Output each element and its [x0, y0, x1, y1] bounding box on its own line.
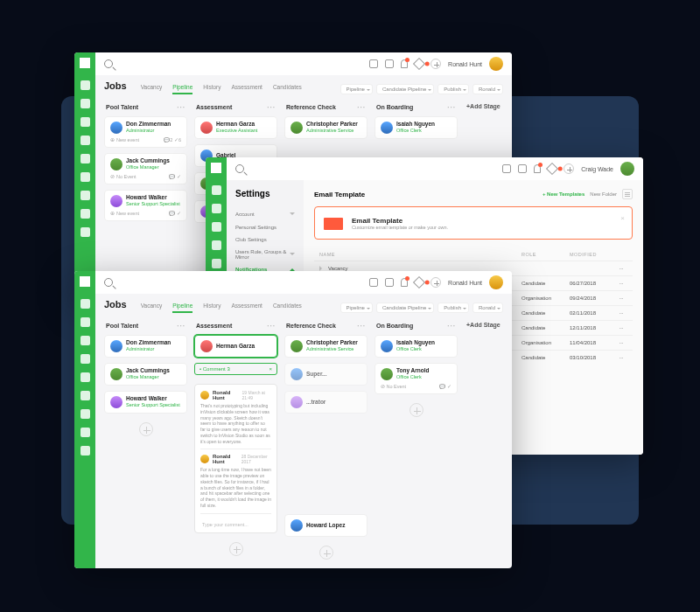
- candidate-card[interactable]: Howard Lopez: [284, 514, 368, 537]
- row-more-icon[interactable]: ···: [615, 355, 627, 360]
- close-icon[interactable]: ×: [620, 214, 625, 222]
- candidate-card[interactable]: Jack CummingsOffice Manager ⊘ No Event💬 …: [104, 153, 187, 184]
- bell-icon[interactable]: [534, 164, 541, 173]
- more-icon[interactable]: ···: [267, 103, 276, 111]
- tab-assessment[interactable]: Assessment: [232, 303, 262, 311]
- search-icon[interactable]: [104, 59, 113, 68]
- nav-icon[interactable]: [80, 117, 90, 127]
- view-toggle-icon[interactable]: [622, 189, 633, 199]
- filter-user[interactable]: Ronald: [472, 84, 503, 94]
- candidate-card[interactable]: Isaiah NguyenOffice Clerk: [374, 116, 458, 139]
- filter-user[interactable]: Ronald: [472, 303, 503, 313]
- more-icon[interactable]: ···: [357, 103, 366, 111]
- add-button[interactable]: [430, 59, 441, 69]
- settings-personal[interactable]: Personal Settings: [235, 221, 295, 233]
- nav-icon[interactable]: [80, 446, 90, 456]
- tab-vacancy[interactable]: Vacancy: [141, 84, 162, 93]
- grid-icon[interactable]: [502, 164, 511, 173]
- nav-icon[interactable]: [80, 209, 90, 219]
- row-more-icon[interactable]: ···: [615, 296, 627, 301]
- more-icon[interactable]: ···: [447, 103, 456, 111]
- nav-icon[interactable]: [80, 80, 90, 90]
- inbox-icon[interactable]: [385, 59, 394, 68]
- add-card-button[interactable]: [410, 403, 424, 417]
- new-folder-button[interactable]: New Folder: [590, 191, 617, 197]
- row-more-icon[interactable]: ···: [615, 266, 627, 271]
- more-icon[interactable]: ···: [177, 322, 186, 330]
- bell-icon[interactable]: [401, 278, 408, 287]
- more-icon[interactable]: ···: [177, 103, 186, 111]
- add-card-button[interactable]: [139, 422, 153, 436]
- row-more-icon[interactable]: ···: [615, 281, 627, 286]
- grid-icon[interactable]: [369, 278, 378, 287]
- nav-icon[interactable]: [80, 409, 90, 419]
- search-icon[interactable]: [235, 164, 244, 173]
- tab-history[interactable]: History: [203, 84, 220, 93]
- nav-icon[interactable]: [80, 317, 90, 327]
- nav-icon[interactable]: [80, 354, 90, 364]
- row-more-icon[interactable]: ···: [615, 325, 627, 330]
- candidate-card[interactable]: Don ZimmermanAdministrator ⊕ New event💬2…: [104, 116, 187, 148]
- nav-icon[interactable]: [80, 136, 90, 145]
- filter-cand-pipeline[interactable]: Candidate Pipeline: [376, 84, 434, 94]
- more-icon[interactable]: ···: [447, 322, 456, 330]
- column-add-stage[interactable]: +Add Stage: [465, 322, 503, 560]
- settings-users[interactable]: Users Role, Groups & Mirror: [235, 246, 295, 263]
- nav-icon[interactable]: [80, 154, 90, 163]
- tab-assessment[interactable]: Assessment: [232, 84, 262, 93]
- inbox-icon[interactable]: [518, 164, 527, 173]
- add-card-button[interactable]: [229, 542, 243, 556]
- candidate-card[interactable]: Howard WalkerSenior Support Specialist ⊕…: [104, 190, 187, 221]
- nav-icon[interactable]: [212, 185, 221, 195]
- nav-icon[interactable]: [80, 299, 90, 309]
- tag-icon[interactable]: [413, 58, 425, 70]
- candidate-card[interactable]: Howard WalkerSenior Support Specialist: [104, 391, 187, 414]
- nav-icon[interactable]: [80, 172, 90, 182]
- nav-icon[interactable]: [80, 372, 90, 382]
- comment-header[interactable]: • Comment 3×: [194, 363, 277, 375]
- filter-pipeline[interactable]: Pipeline: [340, 84, 373, 94]
- candidate-card[interactable]: Christopher ParkerAdministrative Service: [284, 335, 368, 358]
- candidate-card[interactable]: Super...: [284, 363, 368, 386]
- nav-icon[interactable]: [212, 259, 221, 268]
- avatar[interactable]: [620, 162, 634, 176]
- more-icon[interactable]: ···: [357, 322, 366, 330]
- comment-input[interactable]: Type your comment...: [200, 518, 271, 527]
- avatar[interactable]: [489, 57, 503, 71]
- close-icon[interactable]: ×: [269, 366, 272, 372]
- nav-icon[interactable]: [80, 99, 90, 108]
- tab-pipeline[interactable]: Pipeline: [172, 84, 192, 94]
- tab-candidates[interactable]: Candidates: [273, 303, 302, 311]
- tab-pipeline[interactable]: Pipeline: [172, 303, 192, 313]
- candidate-card[interactable]: ...trator: [284, 391, 368, 414]
- nav-icon[interactable]: [80, 391, 90, 400]
- candidate-card[interactable]: Don ZimmermanAdministrator: [104, 335, 187, 358]
- search-icon[interactable]: [104, 278, 113, 287]
- avatar[interactable]: [489, 275, 503, 289]
- filter-cand-pipeline[interactable]: Candidate Pipeline: [376, 303, 434, 313]
- tag-icon[interactable]: [413, 276, 425, 289]
- nav-icon[interactable]: [212, 222, 221, 232]
- row-more-icon[interactable]: ···: [615, 310, 627, 316]
- add-card-button[interactable]: [319, 546, 333, 560]
- settings-account[interactable]: Account: [235, 207, 295, 221]
- grid-icon[interactable]: [369, 59, 378, 68]
- candidate-card[interactable]: Tony ArnoldOffice Clerk⊘ No Event💬 ✓: [374, 363, 458, 394]
- tab-vacancy[interactable]: Vacancy: [141, 303, 162, 311]
- settings-club[interactable]: Club Settings: [235, 233, 295, 246]
- add-button[interactable]: [430, 277, 441, 288]
- candidate-card[interactable]: Isaiah NguyenOffice Clerk: [374, 335, 458, 358]
- tab-candidates[interactable]: Candidates: [273, 84, 302, 93]
- nav-icon[interactable]: [212, 204, 221, 213]
- tag-icon[interactable]: [546, 163, 558, 175]
- candidate-card[interactable]: Jack CummingsOffice Manager: [104, 363, 187, 386]
- row-more-icon[interactable]: ···: [615, 340, 627, 345]
- tab-history[interactable]: History: [203, 303, 220, 311]
- bell-icon[interactable]: [401, 59, 408, 68]
- filter-publish[interactable]: Publish: [438, 84, 469, 94]
- candidate-card[interactable]: Christopher ParkerAdministrative Service: [284, 116, 368, 139]
- nav-icon[interactable]: [212, 240, 221, 250]
- filter-pipeline[interactable]: Pipeline: [340, 303, 373, 313]
- nav-icon[interactable]: [80, 191, 90, 200]
- nav-icon[interactable]: [80, 428, 90, 437]
